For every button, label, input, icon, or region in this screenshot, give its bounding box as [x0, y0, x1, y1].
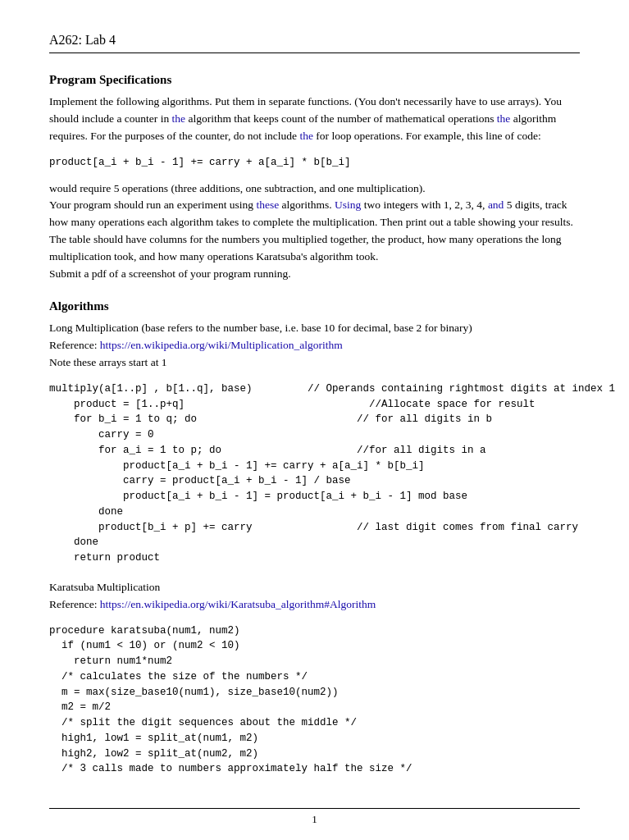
program-spec-section: Program Specifications Implement the fol…: [49, 73, 580, 283]
program-spec-para2: would require 5 operations (three additi…: [49, 180, 580, 284]
page-header: A262: Lab 4: [49, 33, 580, 53]
karatsuba-desc: Karatsuba Multiplication Reference: http…: [49, 579, 580, 614]
long-mult-ref-label: Reference:: [49, 339, 100, 351]
long-mult-desc: Long Multiplication (base refers to the …: [49, 320, 580, 372]
long-mult-ref-link[interactable]: https://en.wikipedia.org/wiki/Multiplica…: [100, 339, 343, 351]
program-spec-title: Program Specifications: [49, 73, 580, 87]
long-mult-note: Note these arrays start at 1: [49, 356, 167, 368]
code-example: product[a_i + b_i - 1] += carry + a[a_i]…: [49, 155, 580, 171]
page-footer: 1: [49, 808, 580, 826]
program-spec-para1: Implement the following algorithms. Put …: [49, 94, 580, 145]
algorithms-title: Algorithms: [49, 299, 580, 313]
algorithms-section: Algorithms Long Multiplication (base ref…: [49, 299, 580, 777]
page-title: A262: Lab 4: [49, 33, 116, 47]
karatsuba-ref-link[interactable]: https://en.wikipedia.org/wiki/Karatsuba_…: [100, 598, 376, 610]
page: A262: Lab 4 Program Specifications Imple…: [0, 0, 629, 840]
long-mult-code: multiply(a[1..p] , b[1..q], base) // Ope…: [49, 381, 580, 566]
karatsuba-code: procedure karatsuba(num1, num2) if (num1…: [49, 623, 580, 778]
page-number: 1: [312, 813, 317, 825]
